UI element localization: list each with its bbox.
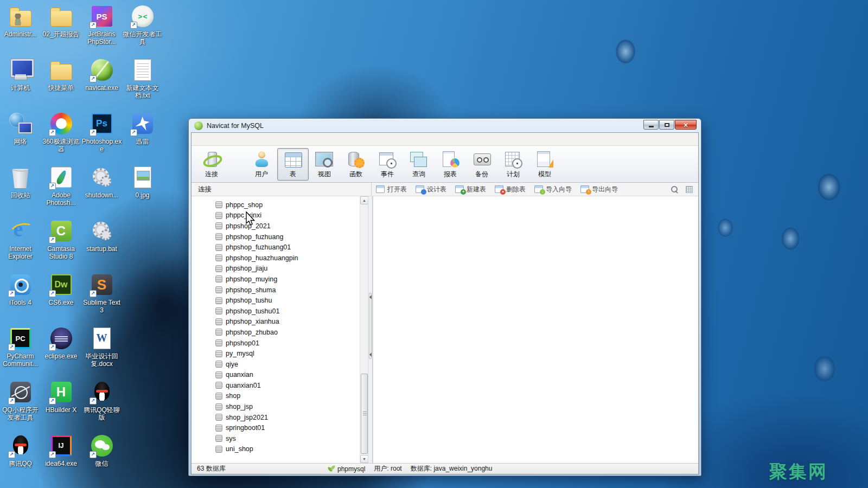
database-item[interactable]: phpshop_xianhua — [192, 317, 360, 328]
database-item[interactable]: shop_jsp — [192, 401, 360, 412]
menu-item[interactable] — [195, 138, 209, 141]
table-action-button[interactable]: 设计表 — [416, 185, 446, 194]
database-item[interactable]: sys — [192, 433, 360, 444]
toolbar-button[interactable]: 函数 — [340, 148, 372, 181]
desktop-icon[interactable]: ↗ 回收站 — [0, 163, 41, 217]
desktop-icon[interactable]: ↗ QQ小程序开发者工具 — [0, 378, 41, 432]
desktop-icon[interactable]: ↗ JetBrains PhpStor... — [81, 2, 122, 56]
desktop-icon[interactable]: ↗ 02_开题报告 — [41, 2, 81, 56]
database-item[interactable]: shop — [192, 391, 360, 402]
navicat-app-icon — [194, 121, 203, 130]
desktop-icon[interactable]: ↗ HBuilder X — [41, 378, 81, 432]
table-action-button[interactable]: 导入向导 — [534, 185, 572, 194]
close-button[interactable]: × — [675, 120, 697, 130]
database-icon — [215, 275, 222, 282]
desktop-icon[interactable]: ↗ 微信 — [81, 432, 122, 485]
toolbar-button[interactable]: 视图 — [309, 148, 340, 181]
toolbar-button[interactable]: 模型 — [529, 148, 560, 181]
database-item[interactable]: phppc_xinxi — [192, 210, 360, 221]
toolbar-button[interactable]: 查询 — [403, 148, 435, 181]
desktop: ↗ Administr... ↗ 02_开题报告 ↗ JetBrains Php… — [0, 0, 868, 488]
database-item[interactable]: uni_shop — [192, 444, 360, 455]
database-item[interactable]: springboot01 — [192, 422, 360, 433]
status-bar: 63 数据库 phpmysql 用户: root 数据库: java_weixi… — [192, 463, 698, 474]
scroll-up-icon[interactable]: ▲ — [360, 196, 368, 204]
splitter-handle[interactable] — [369, 293, 372, 359]
desktop-icon[interactable]: ↗ 新建文本文档.txt — [122, 56, 163, 110]
database-name: phppc_xinxi — [226, 211, 261, 219]
desktop-icon[interactable]: ↗ Camtasia Studio 8 — [41, 217, 81, 271]
search-icon[interactable] — [671, 185, 678, 193]
database-icon — [215, 350, 222, 357]
desktop-icon[interactable]: ↗ 0.jpg — [122, 163, 163, 217]
desktop-icon[interactable]: ↗ Internet Explorer — [0, 217, 41, 271]
desktop-icon[interactable]: ↗ PyCharm Communit... — [0, 324, 41, 378]
table-action-button[interactable]: 新建表 — [455, 185, 486, 194]
table-action-button[interactable]: 导出向导 — [580, 185, 618, 194]
toolbar-button[interactable]: 用户 — [246, 148, 277, 181]
database-item[interactable]: phpshop_tushu — [192, 295, 360, 306]
menu-item[interactable] — [223, 138, 237, 141]
desktop-icon[interactable]: ↗ 微信开发者工具 — [122, 2, 163, 56]
database-item[interactable]: phpshop_fuzhuang01 — [192, 242, 360, 253]
menu-item[interactable] — [265, 138, 279, 141]
desktop-icon[interactable]: ↗ idea64.exe — [41, 432, 81, 485]
database-item[interactable]: phpshop_fuzhuang — [192, 232, 360, 242]
toolbar-button[interactable]: 备份 — [466, 148, 497, 181]
database-item[interactable]: phpshop_zhubao — [192, 327, 360, 338]
database-item[interactable]: qiye — [192, 359, 360, 370]
database-item[interactable]: quanxian01 — [192, 380, 360, 391]
database-item[interactable]: phpshop_huazhuangpin — [192, 253, 360, 264]
desktop-icon[interactable]: ↗ Sublime Text 3 — [81, 271, 122, 324]
toolbar-button[interactable]: 报表 — [435, 148, 466, 181]
database-item[interactable]: phpshop_tushu01 — [192, 306, 360, 317]
toolbar-button[interactable]: 计划 — [497, 148, 529, 181]
desktop-icon[interactable]: ↗ 360极速浏览器 — [41, 110, 81, 163]
desktop-icon[interactable]: ↗ 毕业设计回复.docx — [81, 324, 122, 378]
scrollbar-thumb[interactable] — [361, 374, 368, 454]
table-action-button[interactable]: 删除表 — [495, 185, 526, 194]
desktop-icon[interactable]: ↗ shutdown... — [81, 163, 122, 217]
desktop-icon[interactable]: ↗ eclipse.exe — [41, 324, 81, 378]
menu-item[interactable] — [237, 138, 251, 141]
desktop-icon-label: shutdown... — [85, 191, 118, 199]
maximize-button[interactable] — [659, 120, 674, 130]
desktop-icon[interactable]: ↗ 网络 — [0, 110, 41, 163]
database-icon — [215, 435, 222, 442]
desktop-icon[interactable]: ↗ navicat.exe — [81, 56, 122, 110]
database-item[interactable]: phpshop_2021 — [192, 221, 360, 232]
database-icon — [215, 244, 222, 251]
toolbar-button[interactable]: 表 — [277, 148, 309, 181]
desktop-icon[interactable]: ↗ iTools 4 — [0, 271, 41, 324]
database-item[interactable]: shop_jsp2021 — [192, 412, 360, 423]
tree-scrollbar[interactable]: ▲ ▼ — [360, 196, 368, 463]
menu-item[interactable] — [209, 138, 223, 141]
database-item[interactable]: phppc_shop — [192, 200, 360, 210]
database-item[interactable]: phpshop_jiaju — [192, 264, 360, 274]
database-item[interactable]: phpshop_muying — [192, 274, 360, 285]
desktop-icon[interactable]: ↗ Adobe Photosh... — [41, 163, 81, 217]
database-item[interactable]: phpshop_shuma — [192, 285, 360, 296]
scroll-down-icon[interactable]: ▼ — [360, 455, 368, 463]
desktop-icon[interactable]: ↗ 腾讯QQ — [0, 432, 41, 485]
toolbar-button[interactable]: 连接 — [196, 148, 227, 181]
database-item[interactable]: quanxian — [192, 370, 360, 381]
gear-icon — [91, 166, 113, 188]
table-action-button[interactable]: 打开表 — [376, 185, 407, 194]
minimize-button[interactable] — [643, 120, 659, 130]
database-item[interactable]: phpshop01 — [192, 338, 360, 349]
toolbar-button[interactable]: 事件 — [372, 148, 403, 181]
desktop-icon[interactable]: ↗ 快捷菜单 — [41, 56, 81, 110]
desktop-icon[interactable]: ↗ CS6.exe — [41, 271, 81, 324]
pane-splitter[interactable] — [368, 196, 373, 463]
desktop-icon[interactable]: ↗ Administr... — [0, 2, 41, 56]
desktop-icon[interactable]: ↗ Photoshop.exe — [81, 110, 122, 163]
menu-item[interactable] — [251, 138, 265, 141]
desktop-icon[interactable]: ↗ startup.bat — [81, 217, 122, 271]
grid-view-icon[interactable] — [686, 186, 693, 193]
window-titlebar[interactable]: Navicat for MySQL × — [191, 119, 699, 132]
database-item[interactable]: py_mysql — [192, 348, 360, 359]
desktop-icon[interactable]: ↗ 迅雷 — [122, 110, 163, 163]
desktop-icon[interactable]: ↗ 计算机 — [0, 56, 41, 110]
desktop-icon[interactable]: ↗ 腾讯QQ轻聊版 — [81, 378, 122, 432]
